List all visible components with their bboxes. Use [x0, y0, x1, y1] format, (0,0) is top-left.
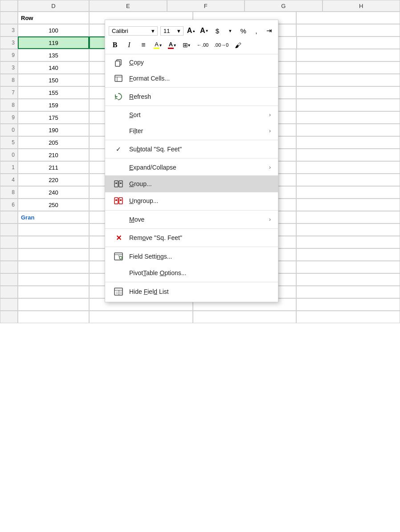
- italic-button[interactable]: I: [123, 39, 135, 51]
- remove-icon: ✕: [112, 234, 125, 242]
- move-label: Move: [129, 216, 265, 223]
- percent-button[interactable]: %: [238, 24, 249, 37]
- svg-rect-1: [115, 61, 120, 66]
- increase-font-button[interactable]: A▲: [186, 24, 196, 37]
- format-toolbar: Calibri ▾ 11 ▾ A▲ A▼ $ ▾ % , ⇥ B: [105, 22, 278, 54]
- menu-item-hide-field-list[interactable]: Hide Field List: [105, 283, 278, 300]
- separator-1: [105, 87, 278, 88]
- pivottable-options-label: PivotTable Options...: [129, 269, 271, 276]
- font-size-dropdown[interactable]: 11 ▾: [160, 26, 184, 36]
- menu-item-copy[interactable]: Copy: [105, 54, 278, 70]
- hide-field-list-icon: [112, 287, 125, 296]
- menu-item-move[interactable]: Move ›: [105, 211, 278, 227]
- svg-rect-9: [120, 183, 122, 184]
- menu-item-pivottable-options[interactable]: PivotTable Options...: [105, 265, 278, 281]
- align-button[interactable]: ≡: [137, 39, 150, 51]
- col-header-e: E: [89, 0, 167, 12]
- comma-button[interactable]: ,: [251, 24, 261, 37]
- separator-6: [105, 228, 278, 229]
- borders-button[interactable]: ⊞ ▾: [180, 39, 192, 51]
- menu-item-filter[interactable]: Filter ›: [105, 123, 278, 139]
- copy-icon: [112, 58, 125, 67]
- format-cells-label: Format Cells...: [129, 75, 271, 82]
- separator-7: [105, 247, 278, 247]
- table-row: [0, 311, 400, 323]
- menu-item-field-settings[interactable]: Field Settings...: [105, 248, 278, 265]
- font-size-label: 11: [163, 28, 170, 34]
- decrease-font-button[interactable]: A▼: [199, 24, 209, 37]
- font-color-button[interactable]: A ▾: [166, 39, 178, 51]
- hide-field-list-label: Hide Field List: [129, 288, 271, 295]
- font-name-label: Calibri: [112, 28, 128, 34]
- menu-item-expand-collapse[interactable]: Expand/Collapse ›: [105, 159, 278, 175]
- separator-8: [105, 282, 278, 282]
- highlight-dropdown-icon: ▾: [159, 43, 162, 48]
- font-name-dropdown[interactable]: Calibri ▾: [109, 26, 158, 36]
- separator-3: [105, 140, 278, 140]
- highlight-color-button[interactable]: A ▾: [151, 39, 164, 51]
- bold-button[interactable]: B: [109, 39, 121, 51]
- expand-collapse-arrow-icon: ›: [269, 164, 271, 171]
- menu-item-ungroup[interactable]: Ungroup...: [105, 192, 278, 209]
- column-headers: D E F G H: [0, 0, 400, 12]
- menu-item-sort[interactable]: Sort ›: [105, 107, 278, 123]
- field-settings-label: Field Settings...: [129, 253, 271, 260]
- font-name-chevron-icon: ▾: [151, 28, 155, 34]
- ungroup-label: Ungroup...: [129, 197, 271, 204]
- remove-label: Remove "Sq. Feet": [129, 234, 271, 241]
- col-header-f: F: [167, 0, 245, 12]
- svg-point-16: [119, 256, 122, 259]
- svg-rect-2: [115, 75, 122, 81]
- context-menu: Calibri ▾ 11 ▾ A▲ A▼ $ ▾ % , ⇥ B: [105, 20, 278, 302]
- format-row2: B I ≡ A ▾ A ▾ ⊞ ▾ ←.00 .00→0 🖌: [109, 39, 274, 51]
- menu-item-format-cells[interactable]: Format Cells...: [105, 70, 278, 86]
- copy-label: Copy: [129, 59, 271, 66]
- wrap-text-button[interactable]: ⇥: [264, 24, 274, 37]
- sort-label: Sort: [129, 111, 265, 118]
- svg-rect-18: [114, 288, 122, 295]
- decrease-decimal-button[interactable]: ←.00: [194, 39, 211, 51]
- borders-dropdown-icon: ▾: [188, 43, 190, 48]
- group-icon: [112, 179, 125, 189]
- col-header-h: H: [322, 0, 400, 12]
- svg-rect-12: [115, 199, 117, 201]
- svg-rect-8: [115, 183, 117, 184]
- filter-arrow-icon: ›: [269, 128, 271, 134]
- menu-item-refresh[interactable]: Refresh: [105, 89, 278, 105]
- filter-label: Filter: [129, 127, 265, 134]
- currency-dropdown[interactable]: ▾: [225, 24, 235, 37]
- currency-button[interactable]: $: [212, 24, 222, 37]
- col-header-g: G: [245, 0, 322, 12]
- col-header-empty: [0, 0, 18, 12]
- refresh-label: Refresh: [129, 93, 271, 100]
- separator-4: [105, 158, 278, 158]
- subtotal-label: Subtotal "Sq. Feet": [129, 146, 271, 153]
- subtotal-icon: ✓: [112, 146, 125, 153]
- ungroup-icon: [112, 196, 125, 206]
- format-painter-button[interactable]: 🖌: [232, 39, 244, 51]
- separator-5: [105, 210, 278, 211]
- format-cells-icon: [112, 74, 125, 83]
- expand-collapse-label: Expand/Collapse: [129, 164, 265, 171]
- sort-arrow-icon: ›: [269, 112, 271, 118]
- separator-2: [105, 106, 278, 106]
- svg-rect-13: [120, 199, 122, 201]
- group-label: Group...: [129, 180, 271, 187]
- svg-line-17: [118, 256, 120, 257]
- menu-item-group[interactable]: Group...: [105, 175, 278, 192]
- refresh-icon: [112, 92, 125, 101]
- col-header-d: D: [18, 0, 89, 12]
- move-arrow-icon: ›: [269, 216, 271, 223]
- field-settings-icon: [112, 252, 125, 261]
- increase-decimal-button[interactable]: .00→0: [213, 39, 230, 51]
- format-row1: Calibri ▾ 11 ▾ A▲ A▼ $ ▾ % , ⇥: [109, 24, 274, 37]
- menu-item-remove[interactable]: ✕ Remove "Sq. Feet": [105, 230, 278, 246]
- font-size-chevron-icon: ▾: [177, 28, 180, 34]
- menu-item-subtotal[interactable]: ✓ Subtotal "Sq. Feet": [105, 141, 278, 157]
- font-color-dropdown-icon: ▾: [174, 43, 176, 48]
